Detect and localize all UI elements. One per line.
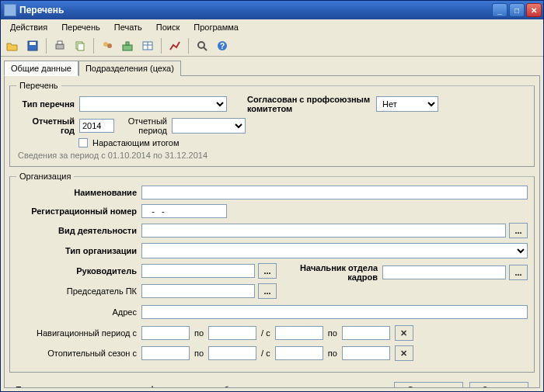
- svg-rect-8: [123, 45, 132, 50]
- toolbar-separator: [188, 38, 189, 54]
- orgtype-label: Тип организации: [16, 246, 137, 255]
- departments-icon[interactable]: [119, 37, 136, 54]
- nav-clear-button[interactable]: ✕: [395, 325, 413, 341]
- window-title: Перечень: [19, 5, 492, 16]
- close-form-button[interactable]: Закрыть: [469, 382, 528, 388]
- activity-label: Вид деятельности: [16, 226, 137, 235]
- menu-actions[interactable]: Действия: [4, 21, 54, 33]
- menu-print[interactable]: Печать: [108, 21, 148, 33]
- heat-from-1[interactable]: [141, 346, 190, 360]
- tab-strip: Общие данные Подразделения (цеха): [1, 57, 543, 75]
- users-icon[interactable]: [99, 37, 116, 54]
- chart-icon[interactable]: [166, 37, 183, 54]
- table-icon[interactable]: [139, 37, 156, 54]
- nav-from-1[interactable]: [141, 326, 190, 340]
- pk-label: Председатель ПК: [16, 286, 137, 296]
- hr-lookup-button[interactable]: ...: [509, 265, 528, 280]
- required-note: Поля, выделенные жирным шрифтом, заполня…: [16, 385, 388, 388]
- svg-point-13: [198, 42, 204, 48]
- cumulative-checkbox[interactable]: [78, 138, 88, 147]
- svg-rect-9: [126, 42, 129, 45]
- period-label: Отчетный период: [119, 116, 167, 135]
- search-icon[interactable]: [194, 37, 211, 54]
- save-icon[interactable]: [24, 37, 41, 54]
- heat-to-1[interactable]: [208, 346, 256, 360]
- regnum-label: Регистрационный номер: [16, 206, 137, 216]
- slash-from-label: / с: [261, 328, 270, 338]
- agreed-label: Согласован с профсоюзным комитетом: [247, 95, 371, 113]
- regnum-input[interactable]: [141, 204, 227, 218]
- year-input[interactable]: [79, 119, 114, 133]
- footer: Поля, выделенные жирным шрифтом, заполня…: [9, 377, 535, 388]
- nav-from-2[interactable]: [275, 326, 323, 340]
- svg-point-7: [107, 43, 112, 48]
- period-info: Сведения за период с 01.10.2014 по 31.12…: [18, 151, 528, 160]
- org-name-input[interactable]: [141, 186, 528, 199]
- main-window: Перечень _ □ ✕ Действия Перечень Печать …: [0, 0, 544, 392]
- activity-lookup-button[interactable]: ...: [509, 223, 528, 238]
- director-label: Руководитель: [16, 266, 137, 276]
- toolbar-separator: [93, 38, 94, 54]
- open-icon[interactable]: [4, 37, 21, 54]
- menu-bar: Действия Перечень Печать Поиск Программа: [1, 19, 543, 35]
- address-label: Адрес: [16, 307, 137, 317]
- svg-line-14: [204, 47, 207, 50]
- minimize-button[interactable]: _: [492, 3, 507, 17]
- tab-general[interactable]: Общие данные: [4, 61, 78, 76]
- to-label: по: [194, 349, 204, 358]
- orgtype-select[interactable]: [141, 243, 528, 258]
- svg-rect-1: [30, 42, 36, 45]
- menu-program[interactable]: Программа: [187, 21, 245, 33]
- nav-to-2[interactable]: [342, 326, 390, 340]
- help-icon[interactable]: ?: [214, 37, 231, 54]
- toolbar-separator: [161, 38, 162, 54]
- org-name-label: Наименование: [16, 188, 137, 197]
- pk-lookup-button[interactable]: ...: [258, 283, 277, 299]
- print-icon[interactable]: [51, 37, 68, 54]
- to-label: по: [328, 328, 337, 338]
- list-type-label: Тип перечня: [16, 99, 75, 109]
- app-icon: [4, 4, 16, 16]
- close-button[interactable]: ✕: [526, 3, 542, 17]
- heat-from-2[interactable]: [275, 346, 323, 360]
- hr-input[interactable]: [382, 265, 506, 279]
- agreed-select[interactable]: Нет: [376, 96, 438, 112]
- heat-clear-button[interactable]: ✕: [395, 345, 413, 361]
- pk-input[interactable]: [141, 284, 255, 298]
- maximize-button[interactable]: □: [509, 3, 525, 17]
- svg-rect-2: [56, 44, 64, 49]
- copy-icon[interactable]: [71, 37, 89, 54]
- director-lookup-button[interactable]: ...: [258, 263, 277, 279]
- director-input[interactable]: [141, 264, 255, 278]
- svg-rect-5: [78, 43, 84, 50]
- hr-label: Начальник отдела кадров: [292, 263, 378, 282]
- year-label: Отчетный год: [16, 116, 75, 135]
- title-bar: Перечень _ □ ✕: [1, 1, 543, 19]
- list-group: Перечень Тип перечня Согласован с профсо…: [9, 81, 535, 167]
- window-controls: _ □ ✕: [492, 3, 542, 17]
- heat-to-2[interactable]: [342, 346, 390, 360]
- svg-rect-3: [58, 41, 62, 44]
- menu-list[interactable]: Перечень: [55, 21, 106, 33]
- list-type-select[interactable]: [79, 96, 227, 112]
- list-legend: Перечень: [16, 81, 61, 90]
- heat-label: Отопительный сезон с: [16, 349, 137, 358]
- nav-to-1[interactable]: [208, 326, 256, 340]
- svg-text:?: ?: [220, 42, 225, 50]
- to-label: по: [328, 349, 337, 358]
- address-input[interactable]: [141, 305, 528, 319]
- org-legend: Организация: [16, 172, 74, 181]
- to-label: по: [194, 328, 204, 338]
- save-button[interactable]: Сохранить: [394, 382, 463, 388]
- nav-label: Навигационный период с: [16, 328, 137, 338]
- tab-content: Перечень Тип перечня Согласован с профсо…: [4, 75, 540, 388]
- menu-search[interactable]: Поиск: [150, 21, 186, 33]
- activity-input[interactable]: [141, 224, 506, 238]
- toolbar: ?: [1, 35, 543, 57]
- cumulative-label: Нарастающим итогом: [92, 138, 180, 147]
- tab-divisions[interactable]: Подразделения (цеха): [78, 61, 181, 76]
- toolbar-separator: [46, 38, 47, 54]
- org-group: Организация Наименование Регистрационный…: [9, 172, 535, 373]
- slash-from-label: / с: [261, 349, 270, 358]
- period-select[interactable]: [172, 118, 246, 134]
